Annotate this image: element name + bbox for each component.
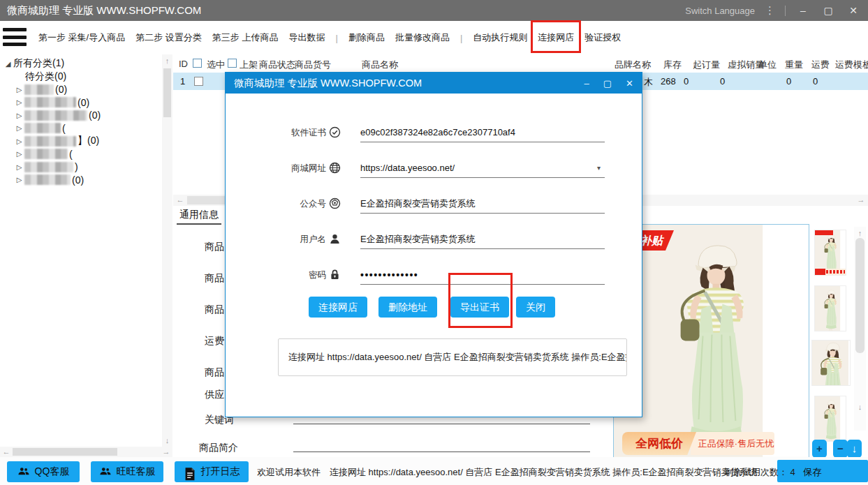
dialog-maximize-button[interactable]: ▢: [603, 78, 612, 89]
dialog-field-input[interactable]: e09c02f387324e82a6c7ce2307710af4: [360, 124, 605, 142]
tree-vertical-scrollbar[interactable]: ↑ ↓: [162, 54, 172, 447]
dialog-button[interactable]: 导出证书: [450, 297, 509, 318]
censored-label: [24, 162, 73, 172]
thumbnail[interactable]: [814, 285, 846, 331]
tree-item[interactable]: ▷(0): [0, 174, 162, 187]
annotation-red-box: [531, 20, 581, 53]
toolbar-item[interactable]: 自动执行规则: [473, 31, 527, 44]
lowest-price-tag: 全网低价: [622, 432, 696, 455]
trial-count-text: 剩余试用次数： 4: [724, 466, 795, 479]
connection-status-box: 连接网址 https://data.yeesoo.net/ 自营店 E企盈招商裂…: [278, 338, 627, 376]
thumbnail-scrollbar[interactable]: ↑ ↓: [854, 227, 866, 431]
cell-value: 木: [644, 76, 653, 89]
toolbar-item[interactable]: 连接网店: [538, 31, 574, 44]
tree-item[interactable]: ▷(0): [0, 83, 162, 96]
description-input-line[interactable]: [293, 452, 590, 452]
chevron-down-icon[interactable]: ▾: [597, 164, 601, 172]
thumbnail[interactable]: [814, 396, 846, 442]
tree-item-count: ): [75, 161, 78, 172]
tree-collapsed-icon[interactable]: ▷: [14, 137, 24, 145]
dialog-field-input[interactable]: E企盈招商裂变营销卖货系统: [360, 195, 605, 214]
window-titlebar: 微商城助理 专业版 WWW.SHOPFW.COM Switch Language…: [0, 0, 868, 21]
toolbar-separator: |: [460, 33, 462, 43]
dialog-field-label: 密码: [226, 269, 326, 281]
scroll-left-icon[interactable]: ←: [1, 447, 11, 456]
connection-text: 连接网址 https://data.yeesoo.net/ 自营店 E企盈招商裂…: [330, 466, 758, 479]
form-field-label: 商品: [205, 241, 224, 253]
toolbar-item[interactable]: 验证授权: [584, 31, 621, 44]
tree-collapsed-icon[interactable]: ▷: [14, 112, 24, 119]
thumbnail-minus-button[interactable]: −: [833, 440, 848, 458]
tree-item[interactable]: ▷(0): [0, 96, 162, 110]
dialog-close-button[interactable]: ✕: [626, 78, 633, 89]
dialog-field-input[interactable]: https://data.yeesoo.net/: [360, 160, 605, 178]
tree-item-count: 】(0): [78, 135, 99, 147]
column-header: 库存: [663, 59, 682, 71]
user-icon: [329, 233, 341, 245]
tree-collapsed-icon[interactable]: ▷: [14, 86, 24, 94]
column-header: 商品状态: [259, 59, 295, 71]
scroll-left-icon[interactable]: ←: [175, 195, 185, 204]
product-preview: 百亿补贴 全网低价 正品保障·售后无忧: [613, 224, 809, 458]
tree-expanded-icon[interactable]: ◢: [3, 60, 13, 68]
switch-language-button[interactable]: Switch Language: [685, 6, 755, 16]
header-checkbox[interactable]: [228, 59, 237, 68]
tree-item[interactable]: ▷(: [0, 148, 162, 161]
dialog-button[interactable]: 连接网店: [309, 297, 367, 318]
tree-collapsed-icon[interactable]: ▷: [14, 98, 24, 106]
tree-collapsed-icon[interactable]: ▷: [14, 124, 24, 132]
dialog-button[interactable]: 删除地址: [378, 297, 437, 318]
row-checkbox[interactable]: [194, 77, 203, 86]
tree-item[interactable]: ◢所有分类(1): [0, 57, 162, 70]
scroll-down-icon[interactable]: ↓: [854, 403, 866, 411]
tree-item[interactable]: 待分类(0): [0, 70, 162, 84]
toolbar-item[interactable]: 第一步 采集/导入商品: [38, 31, 125, 44]
scroll-down-icon[interactable]: ↓: [162, 436, 172, 445]
keyword-input-line[interactable]: [293, 424, 590, 424]
tree-collapsed-icon[interactable]: ▷: [14, 176, 24, 184]
scroll-right-icon[interactable]: →: [161, 447, 171, 456]
dialog-minimize-button[interactable]: –: [584, 78, 589, 89]
column-header: 起订量: [693, 59, 720, 71]
thumbnail-plus-button[interactable]: +: [812, 440, 827, 458]
close-button[interactable]: ✕: [846, 5, 861, 16]
column-header: 重量: [785, 59, 803, 71]
cell-value: 0: [720, 76, 725, 87]
certificate-check-icon: [329, 126, 341, 138]
tree-item[interactable]: ▷): [0, 161, 162, 174]
dialog-field-input[interactable]: E企盈招商裂变营销卖货系统: [360, 231, 605, 249]
tree-item[interactable]: ▷(: [0, 122, 162, 135]
dialog-field-input[interactable]: •••••••••••••: [360, 267, 605, 285]
tree-item[interactable]: ▷】(0): [0, 135, 162, 148]
statusbar-button[interactable]: 旺旺客服: [91, 461, 163, 482]
statusbar-button[interactable]: 打开日志: [175, 461, 249, 482]
toolbar-item[interactable]: 第三步 上传商品: [212, 31, 279, 44]
toolbar-item[interactable]: 第二步 设置分类: [135, 31, 202, 44]
toolbar-item[interactable]: 导出数据: [288, 31, 325, 44]
maximize-button[interactable]: ▢: [821, 5, 836, 16]
tree-collapsed-icon[interactable]: ▷: [14, 150, 24, 158]
toolbar-item[interactable]: 批量修改商品: [395, 31, 450, 44]
column-header: 品牌名称: [615, 59, 651, 71]
thumbnail-down-button[interactable]: ↓: [847, 440, 862, 458]
globe-icon: [329, 162, 341, 174]
tree-collapsed-icon[interactable]: ▷: [14, 163, 24, 171]
dialog-field-label: 用户名: [226, 234, 326, 246]
statusbar-button[interactable]: QQ客服: [7, 461, 80, 482]
column-header: 运费: [811, 59, 830, 71]
tree-item-label: 待分类(0): [25, 70, 66, 83]
header-checkbox[interactable]: [193, 59, 202, 68]
scroll-up-icon[interactable]: ↑: [854, 229, 866, 237]
minimize-button[interactable]: –: [795, 5, 811, 16]
tree-horizontal-scrollbar[interactable]: ← →: [0, 447, 172, 457]
menu-icon[interactable]: [3, 26, 27, 48]
toolbar-item[interactable]: 删除商品: [348, 31, 385, 44]
scroll-up-icon[interactable]: ↑: [162, 57, 172, 65]
dialog-button[interactable]: 关闭: [516, 297, 555, 318]
thumbnail[interactable]: [811, 340, 851, 386]
tree-item[interactable]: ▷(0): [0, 109, 162, 122]
scroll-right-icon[interactable]: →: [856, 195, 866, 204]
thumbnail[interactable]: [814, 230, 846, 276]
more-options-icon[interactable]: ⋮: [765, 4, 775, 17]
tab-general-info[interactable]: 通用信息: [177, 207, 221, 225]
